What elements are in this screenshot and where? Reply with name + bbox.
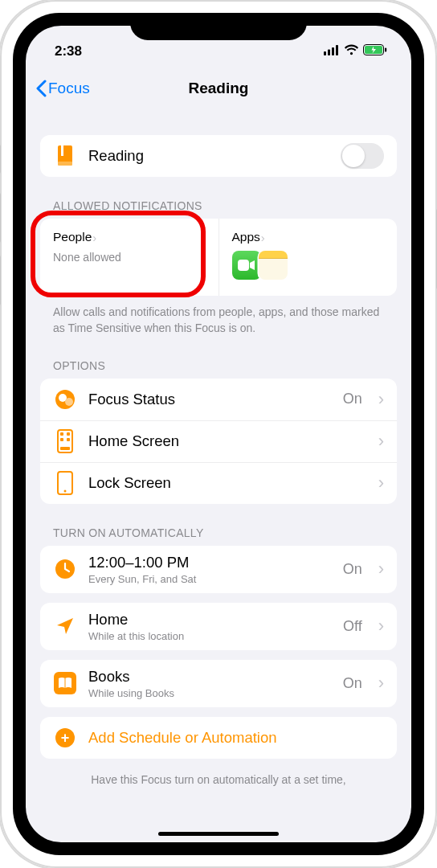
focus-status-icon — [53, 387, 77, 411]
auto-footer: Have this Focus turn on automatically at… — [40, 768, 397, 788]
focus-card: Reading — [40, 135, 397, 177]
app-trigger-row[interactable]: Books While using Books On › — [40, 660, 397, 707]
book-icon — [53, 144, 77, 168]
chevron-right-icon: › — [378, 431, 384, 452]
svg-point-13 — [65, 398, 73, 406]
books-app-icon — [53, 671, 77, 695]
svg-rect-19 — [60, 447, 70, 450]
chevron-right-icon: › — [378, 673, 384, 694]
wifi-icon — [344, 43, 359, 59]
lock-screen-icon — [53, 471, 77, 495]
chevron-right-icon: › — [378, 389, 384, 410]
clock-icon — [53, 557, 77, 581]
people-title: People — [53, 230, 92, 244]
schedule-title: 12:00–1:00 PM — [88, 554, 332, 571]
svg-rect-10 — [238, 260, 249, 271]
signal-icon — [324, 43, 340, 59]
location-icon — [53, 614, 77, 638]
focus-status-value: On — [343, 391, 362, 407]
schedule-row[interactable]: 12:00–1:00 PM Every Sun, Fri, and Sat On… — [40, 546, 397, 593]
schedule-value: On — [343, 561, 362, 578]
add-automation-label: Add Schedule or Automation — [88, 729, 277, 747]
plus-icon: + — [53, 726, 77, 750]
focus-row[interactable]: Reading — [40, 135, 397, 177]
add-automation-row[interactable]: + Add Schedule or Automation — [40, 717, 397, 759]
allowed-header: ALLOWED NOTIFICATIONS — [40, 177, 397, 219]
home-screen-row[interactable]: Home Screen › — [40, 420, 397, 462]
apps-title: Apps — [232, 230, 260, 244]
svg-rect-18 — [67, 438, 70, 441]
people-cell[interactable]: People › None allowed — [40, 219, 218, 296]
app-trigger-value: On — [343, 675, 362, 692]
apps-cell[interactable]: Apps › — [218, 219, 398, 296]
svg-rect-2 — [332, 47, 334, 55]
battery-icon — [363, 43, 387, 59]
chevron-right-icon: › — [261, 231, 265, 244]
svg-rect-9 — [61, 145, 63, 156]
facetime-app-icon — [232, 251, 261, 280]
svg-rect-16 — [67, 432, 70, 436]
location-row[interactable]: Home While at this location Off › — [40, 603, 397, 650]
chevron-left-icon — [35, 80, 47, 97]
svg-rect-15 — [60, 432, 63, 436]
home-screen-icon — [53, 429, 77, 453]
location-title: Home — [88, 611, 332, 628]
chevron-right-icon: › — [378, 473, 384, 493]
svg-rect-17 — [60, 438, 63, 441]
focus-name: Reading — [88, 147, 329, 165]
allowed-card: People › None allowed Apps › — [40, 219, 397, 296]
focus-status-row[interactable]: Focus Status On › — [40, 379, 397, 420]
status-time: 2:38 — [55, 43, 82, 59]
auto-header: TURN ON AUTOMATICALLY — [40, 504, 397, 546]
location-sub: While at this location — [88, 630, 332, 642]
focus-toggle[interactable] — [341, 143, 384, 169]
svg-rect-6 — [385, 48, 386, 52]
notes-app-icon — [259, 251, 288, 280]
svg-rect-1 — [328, 50, 330, 56]
home-indicator[interactable] — [158, 832, 279, 836]
location-value: Off — [343, 618, 362, 635]
svg-rect-0 — [324, 51, 326, 55]
chevron-right-icon: › — [92, 231, 96, 244]
chevron-right-icon: › — [378, 616, 384, 637]
app-trigger-sub: While using Books — [88, 687, 332, 699]
options-card: Focus Status On › Home Screen › — [40, 379, 397, 504]
nav-bar: Focus Reading — [26, 66, 411, 111]
svg-rect-8 — [58, 162, 72, 166]
lock-screen-label: Lock Screen — [88, 474, 362, 492]
chevron-right-icon: › — [378, 559, 384, 579]
app-trigger-title: Books — [88, 668, 332, 686]
lock-screen-row[interactable]: Lock Screen › — [40, 462, 397, 504]
svg-rect-3 — [336, 45, 338, 55]
allowed-footer: Allow calls and notifications from peopl… — [40, 296, 397, 337]
focus-status-label: Focus Status — [88, 391, 332, 408]
svg-point-21 — [64, 490, 67, 493]
schedule-sub: Every Sun, Fri, and Sat — [88, 573, 332, 585]
back-button[interactable]: Focus — [35, 80, 90, 97]
back-label: Focus — [48, 80, 90, 97]
options-header: OPTIONS — [40, 337, 397, 379]
home-screen-label: Home Screen — [88, 432, 362, 450]
people-sub: None allowed — [53, 251, 206, 264]
